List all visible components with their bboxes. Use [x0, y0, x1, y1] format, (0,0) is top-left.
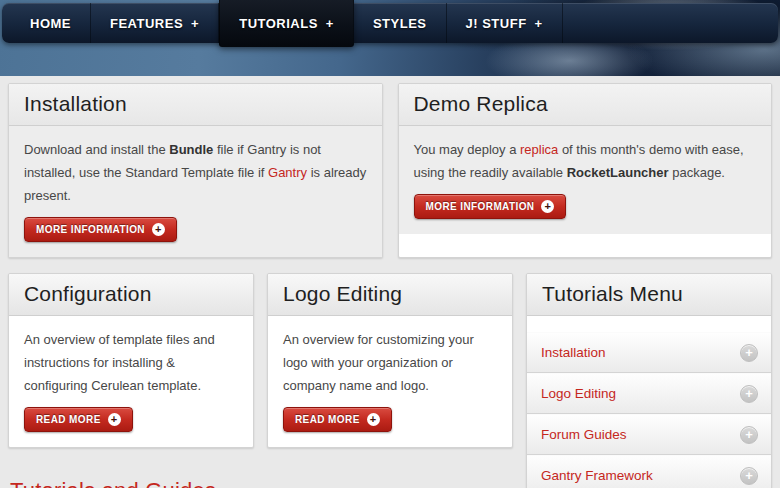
panel-body: Download and install the Bundle file if …: [9, 126, 382, 257]
nav-item-styles[interactable]: STYLES: [354, 3, 447, 43]
panel-text: Download and install the Bundle file if …: [24, 138, 367, 207]
panel-body: An overview for customizing your logo wi…: [268, 316, 512, 447]
panel-header: Logo Editing: [268, 274, 512, 316]
more-information-button[interactable]: MORE INFORMATION +: [414, 194, 567, 219]
panel-text: You may deploy a replica of this month's…: [414, 138, 757, 184]
panel-text: An overview for customizing your logo wi…: [283, 328, 497, 397]
plus-circle-icon: +: [740, 426, 758, 444]
plus-circle-icon: +: [740, 344, 758, 362]
plus-circle-icon: +: [541, 200, 554, 213]
nav-item-label: TUTORIALS: [239, 16, 318, 31]
logo-editing-panel: Logo Editing An overview for customizing…: [267, 273, 513, 448]
gantry-link[interactable]: Gantry: [268, 165, 307, 180]
panel-text: An overview of template files and instru…: [24, 328, 238, 397]
plus-circle-icon: +: [367, 413, 380, 426]
dropdown-plus-icon: +: [191, 16, 199, 31]
nav-item-home[interactable]: HOME: [10, 3, 91, 43]
page-content: Installation Download and install the Bu…: [0, 76, 780, 488]
menu-item-gantry-framework[interactable]: Gantry Framework +: [527, 455, 771, 488]
read-more-button[interactable]: READ MORE +: [283, 407, 392, 432]
menu-item-label: Installation: [541, 345, 606, 360]
panel-title: Demo Replica: [414, 92, 757, 116]
menu-item-forum-guides[interactable]: Forum Guides +: [527, 414, 771, 455]
main-navbar: HOME FEATURES + TUTORIALS + STYLES J! ST…: [2, 3, 778, 43]
dropdown-plus-icon: +: [326, 16, 334, 31]
panel-title: Logo Editing: [283, 282, 497, 306]
panel-header: Tutorials Menu: [527, 274, 771, 316]
configuration-panel: Configuration An overview of template fi…: [8, 273, 254, 448]
panel-header: Installation: [9, 84, 382, 126]
nav-item-tutorials[interactable]: TUTORIALS +: [219, 0, 354, 47]
nav-item-label: STYLES: [373, 16, 427, 31]
menu-item-label: Gantry Framework: [541, 468, 653, 483]
nav-item-label: J! STUFF: [466, 16, 527, 31]
tutorials-menu-list: Installation + Logo Editing + Forum Guid…: [527, 316, 771, 488]
dropdown-plus-icon: +: [535, 16, 543, 31]
nav-item-label: FEATURES: [110, 16, 183, 31]
plus-circle-icon: +: [152, 223, 165, 236]
panel-body: An overview of template files and instru…: [9, 316, 253, 447]
installation-panel: Installation Download and install the Bu…: [8, 83, 383, 258]
menu-item-label: Logo Editing: [541, 386, 616, 401]
demo-replica-panel: Demo Replica You may deploy a replica of…: [398, 83, 773, 258]
menu-item-label: Forum Guides: [541, 427, 627, 442]
nav-item-label: HOME: [30, 16, 71, 31]
header-background-image: HOME FEATURES + TUTORIALS + STYLES J! ST…: [0, 0, 780, 76]
replica-link[interactable]: replica: [520, 142, 558, 157]
section-heading: Tutorials and Guides: [10, 478, 513, 488]
panel-header: Demo Replica: [399, 84, 772, 126]
menu-item-installation[interactable]: Installation +: [527, 332, 771, 373]
panel-title: Installation: [24, 92, 367, 116]
panel-body: You may deploy a replica of this month's…: [399, 126, 772, 234]
plus-circle-icon: +: [740, 385, 758, 403]
more-information-button[interactable]: MORE INFORMATION +: [24, 217, 177, 242]
menu-item-logo-editing[interactable]: Logo Editing +: [527, 373, 771, 414]
panel-header: Configuration: [9, 274, 253, 316]
plus-circle-icon: +: [740, 467, 758, 485]
plus-circle-icon: +: [108, 413, 121, 426]
read-more-button[interactable]: READ MORE +: [24, 407, 133, 432]
nav-item-ji-stuff[interactable]: J! STUFF +: [447, 3, 563, 43]
nav-item-features[interactable]: FEATURES +: [91, 3, 219, 43]
panel-title: Tutorials Menu: [542, 282, 756, 306]
panel-title: Configuration: [24, 282, 238, 306]
tutorials-menu-panel: Tutorials Menu Installation + Logo Editi…: [526, 273, 772, 488]
